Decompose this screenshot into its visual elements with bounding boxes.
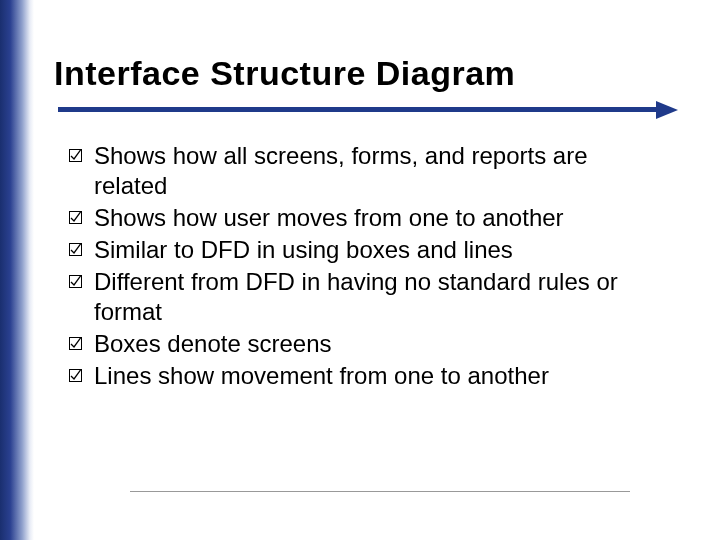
checkbox-bullet-icon (68, 368, 82, 382)
bullet-text: Boxes denote screens (94, 329, 331, 359)
slide-title: Interface Structure Diagram (54, 54, 690, 93)
bullet-text: Shows how all screens, forms, and report… (94, 141, 660, 201)
title-underline (58, 103, 680, 117)
list-item: Shows how all screens, forms, and report… (68, 141, 660, 201)
list-item: Different from DFD in having no standard… (68, 267, 660, 327)
checkbox-bullet-icon (68, 274, 82, 288)
list-item: Shows how user moves from one to another (68, 203, 660, 233)
checkbox-bullet-icon (68, 336, 82, 350)
footer-divider (130, 491, 630, 492)
underline-bar (58, 107, 660, 112)
slide-content: Interface Structure Diagram Shows how al… (54, 54, 690, 393)
bullet-text: Similar to DFD in using boxes and lines (94, 235, 513, 265)
bullet-text: Different from DFD in having no standard… (94, 267, 660, 327)
bullet-list: Shows how all screens, forms, and report… (68, 141, 660, 391)
checkbox-bullet-icon (68, 210, 82, 224)
bullet-text: Shows how user moves from one to another (94, 203, 564, 233)
bullet-text: Lines show movement from one to another (94, 361, 549, 391)
list-item: Boxes denote screens (68, 329, 660, 359)
list-item: Lines show movement from one to another (68, 361, 660, 391)
checkbox-bullet-icon (68, 148, 82, 162)
left-gradient-bar (0, 0, 34, 540)
underline-arrow-icon (656, 101, 678, 119)
checkbox-bullet-icon (68, 242, 82, 256)
list-item: Similar to DFD in using boxes and lines (68, 235, 660, 265)
